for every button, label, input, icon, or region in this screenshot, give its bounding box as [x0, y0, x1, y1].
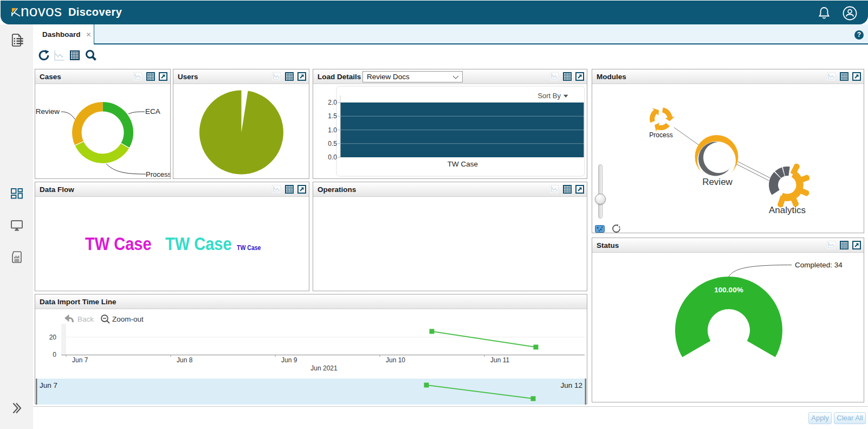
svg-text:20: 20: [49, 334, 57, 341]
svg-text:1.5: 1.5: [328, 112, 337, 120]
svg-text:Back: Back: [77, 315, 94, 323]
svg-text:Jun 8: Jun 8: [177, 356, 193, 364]
svg-text:Zoom-out: Zoom-out: [112, 315, 144, 323]
svg-text:Analytics: Analytics: [769, 205, 806, 215]
svg-text:100.00%: 100.00%: [714, 286, 743, 294]
svg-text:Process: Process: [146, 170, 170, 178]
svg-text:ECA: ECA: [145, 107, 160, 116]
svg-text:Jun 11: Jun 11: [490, 356, 509, 364]
svg-text:Jun 7: Jun 7: [72, 356, 88, 364]
svg-text:Sort By: Sort By: [537, 92, 561, 100]
svg-text:Jun 2021: Jun 2021: [310, 364, 338, 372]
svg-text:TW Case: TW Case: [448, 160, 478, 168]
svg-text:Process: Process: [649, 131, 672, 139]
svg-text:0.5: 0.5: [328, 140, 337, 148]
svg-text:Jun 9: Jun 9: [281, 356, 297, 364]
svg-text:2.0: 2.0: [328, 99, 337, 106]
svg-text:Review: Review: [702, 177, 733, 187]
svg-text:Jun 7: Jun 7: [40, 381, 57, 389]
svg-text:0.0: 0.0: [328, 153, 337, 161]
svg-text:Completed: 34: Completed: 34: [795, 261, 843, 269]
svg-text:1.0: 1.0: [328, 126, 337, 134]
svg-text:Jun 10: Jun 10: [386, 356, 405, 364]
svg-text:Review: Review: [36, 107, 60, 116]
svg-text:0: 0: [53, 351, 56, 358]
svg-text:Jun 12: Jun 12: [560, 381, 582, 389]
